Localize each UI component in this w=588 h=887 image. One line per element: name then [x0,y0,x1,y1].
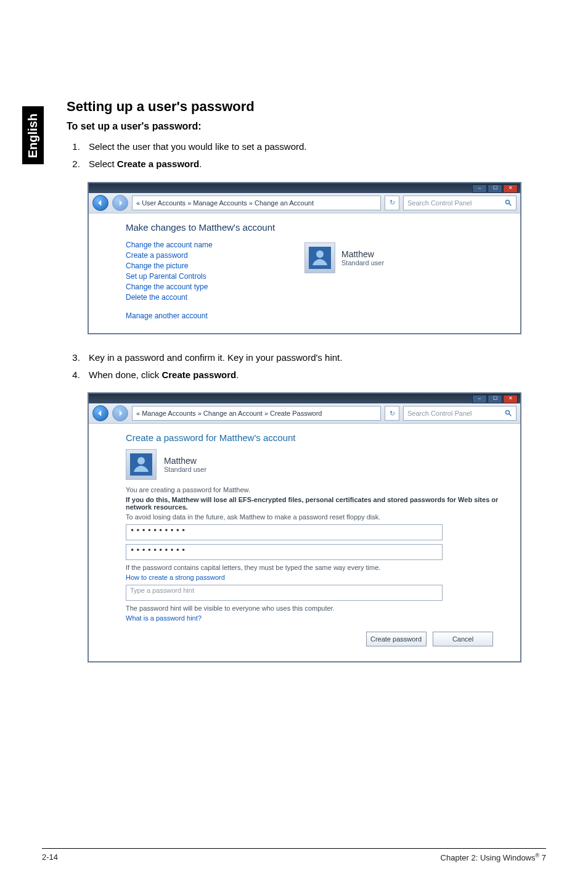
note-avoid: To avoid losing data in the future, ask … [126,513,505,521]
screenshot-window-2: – ☐ ✕ « Manage Accounts » Change an Acco… [88,392,521,662]
step-item: Key in a password and confirm it. Key in… [83,352,547,364]
svg-line-5 [509,414,512,416]
refresh-button[interactable]: ↻ [385,406,399,421]
panel-title: Make changes to Matthew's account [126,222,509,233]
breadcrumb[interactable]: « User Accounts » Manage Accounts » Chan… [132,196,381,210]
search-input[interactable]: Search Control Panel [403,196,517,210]
avatar [126,449,157,480]
svg-point-0 [506,200,510,204]
cancel-button[interactable]: Cancel [433,632,493,646]
close-icon[interactable]: ✕ [503,184,518,193]
search-input[interactable]: Search Control Panel [403,406,517,421]
action-links: Change the account name Create a passwor… [126,239,261,322]
svg-point-3 [316,250,324,258]
svg-line-1 [509,203,512,205]
search-icon [505,199,512,207]
close-icon[interactable]: ✕ [503,395,518,403]
svg-point-7 [137,457,145,464]
user-avatar-icon [130,453,152,476]
page-content: Setting up a user's password To set up a… [67,99,547,680]
back-button[interactable] [92,405,108,421]
note-creating: You are creating a password for Matthew. [126,486,505,493]
note-warning: If you do this, Matthew will lose all EF… [126,496,505,511]
password-field-2[interactable]: •••••••••• [126,544,443,560]
search-placeholder: Search Control Panel [407,410,472,417]
step-item: When done, click Create password. [83,369,547,381]
user-type: Standard user [164,466,206,473]
panel-title: Create a password for Matthew's account [126,432,505,443]
user-card: Matthew Standard user [304,242,384,273]
user-card: Matthew Standard user [126,449,505,480]
maximize-icon[interactable]: ☐ [488,184,502,193]
search-icon [505,410,512,417]
steps-list-1: Select the user that you would like to s… [67,141,547,171]
section-subheading: To set up a user's password: [67,121,547,132]
language-tab: English [22,106,44,164]
chapter-label: Chapter 2: Using Windows® 7 [441,852,546,862]
avatar [304,242,335,273]
note-hint-visible: The password hint will be visible to eve… [126,604,505,612]
link-what-is-hint[interactable]: What is a password hint? [126,614,202,622]
refresh-button[interactable]: ↻ [385,196,399,210]
page-footer: 2-14 Chapter 2: Using Windows® 7 [42,848,546,862]
page-number: 2-14 [42,852,58,862]
user-type: Standard user [341,259,384,266]
link-parental-controls[interactable]: Set up Parental Controls [126,272,261,281]
search-placeholder: Search Control Panel [407,199,472,207]
link-strong-password[interactable]: How to create a strong password [126,574,225,581]
link-manage-another[interactable]: Manage another account [126,311,261,320]
screenshot-window-1: – ☐ ✕ « User Accounts » Manage Accounts … [88,182,521,334]
minimize-icon[interactable]: – [472,395,487,403]
note-capitals: If the password contains capital letters… [126,564,505,571]
link-delete-account[interactable]: Delete the account [126,293,261,302]
step-item: Select Create a password. [83,158,547,170]
forward-button[interactable] [112,195,128,211]
maximize-icon[interactable]: ☐ [488,395,502,403]
steps-list-2: Key in a password and confirm it. Key in… [67,352,547,382]
titlebar: – ☐ ✕ [89,394,520,403]
nav-bar: « Manage Accounts » Change an Account » … [89,403,520,424]
link-change-picture[interactable]: Change the picture [126,262,261,270]
forward-button[interactable] [112,405,128,421]
password-field-1[interactable]: •••••••••• [126,524,443,540]
section-heading: Setting up a user's password [67,99,547,115]
titlebar: – ☐ ✕ [89,183,520,193]
link-change-type[interactable]: Change the account type [126,283,261,291]
user-name: Matthew [341,249,384,259]
link-change-name[interactable]: Change the account name [126,241,261,249]
nav-bar: « User Accounts » Manage Accounts » Chan… [89,193,520,213]
step-item: Select the user that you would like to s… [83,141,547,153]
password-hint-field[interactable]: Type a password hint [126,585,443,601]
breadcrumb[interactable]: « Manage Accounts » Change an Account » … [132,406,381,421]
create-password-button[interactable]: Create password [366,632,427,646]
user-avatar-icon [309,247,331,269]
user-name: Matthew [164,456,206,466]
link-create-password[interactable]: Create a password [126,251,261,260]
back-button[interactable] [92,195,108,211]
minimize-icon[interactable]: – [472,184,487,193]
svg-point-4 [506,411,510,415]
